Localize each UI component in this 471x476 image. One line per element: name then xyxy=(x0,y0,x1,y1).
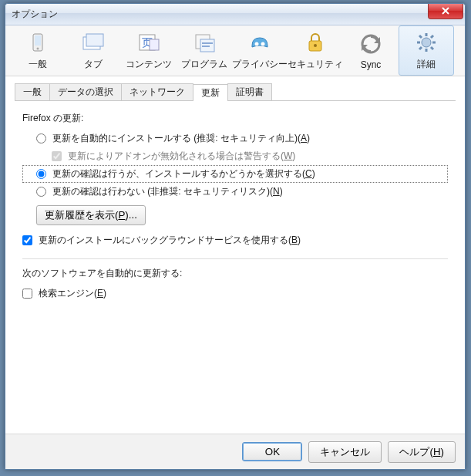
option-label: 更新の確認は行わない (非推奨: セキュリティリスク)(N) xyxy=(52,185,283,198)
category-label: Sync xyxy=(361,59,382,70)
subtab-general[interactable]: 一般 xyxy=(15,83,50,100)
subtab-network[interactable]: ネットワーク xyxy=(121,83,193,100)
subtab-bar: 一般 データの選択 ネットワーク 更新 証明書 xyxy=(15,84,456,101)
radio-check-choose[interactable] xyxy=(36,169,46,179)
category-security[interactable]: セキュリティ xyxy=(288,25,343,76)
category-sync[interactable]: Sync xyxy=(343,25,399,76)
checkbox-bg-service[interactable] xyxy=(22,235,32,245)
svg-rect-4 xyxy=(86,34,103,46)
separator xyxy=(22,258,448,259)
radio-auto-install[interactable] xyxy=(36,133,46,143)
svg-rect-10 xyxy=(202,42,213,44)
privacy-icon xyxy=(247,30,272,55)
category-tabs[interactable]: タブ xyxy=(66,25,121,76)
firefox-updates-heading: Firefox の更新: xyxy=(22,112,448,125)
svg-point-16 xyxy=(362,35,379,52)
close-button[interactable] xyxy=(428,4,463,19)
checkbox-search-engines[interactable] xyxy=(22,289,32,299)
option-label: 検索エンジン(E) xyxy=(39,287,106,300)
option-label: 更新のインストールにバックグラウンドサービスを使用する(B) xyxy=(39,234,301,247)
search-engines-option[interactable]: 検索エンジン(E) xyxy=(22,285,448,302)
option-label: 更新によりアドオンが無効化される場合は警告する(W) xyxy=(68,150,295,163)
svg-line-24 xyxy=(431,35,433,38)
sync-icon xyxy=(358,32,383,56)
subtab-data-choices[interactable]: データの選択 xyxy=(49,83,122,100)
general-icon xyxy=(25,30,50,55)
svg-line-25 xyxy=(419,47,422,49)
cancel-button[interactable]: キャンセル xyxy=(308,441,382,463)
tabs-icon xyxy=(81,30,106,55)
category-programs[interactable]: プログラム xyxy=(177,25,232,76)
close-icon xyxy=(441,7,450,15)
ok-button[interactable]: OK xyxy=(242,442,302,461)
dialog-footer: OK キャンセル ヘルプ(H) xyxy=(5,434,465,469)
category-toolbar: 一般 タブ 页 コンテンツ プログラム プライバシー xyxy=(5,25,465,76)
options-window: オプション 一般 タブ 页 コンテンツ プログラム xyxy=(5,3,466,470)
svg-point-13 xyxy=(261,42,265,46)
category-label: 詳細 xyxy=(417,58,436,71)
svg-point-17 xyxy=(422,38,431,47)
show-update-history-button[interactable]: 更新履歴を表示(P)... xyxy=(36,205,146,225)
category-label: プライバシー xyxy=(232,58,288,71)
help-button[interactable]: ヘルプ(H) xyxy=(388,441,456,463)
content-icon: 页 xyxy=(136,30,161,55)
warn-addon-disable-option: 更新によりアドオンが無効化される場合は警告する(W) xyxy=(22,147,448,165)
category-label: タブ xyxy=(84,58,103,71)
radio-never[interactable] xyxy=(36,187,46,197)
update-panel: Firefox の更新: 更新を自動的にインストールする (推奨: セキュリティ… xyxy=(15,101,456,427)
svg-rect-11 xyxy=(202,46,210,47)
window-title: オプション xyxy=(12,8,58,21)
gear-icon xyxy=(414,30,439,55)
update-check-choose-option[interactable]: 更新の確認は行うが、インストールするかどうかを選択する(C) xyxy=(22,165,448,183)
auto-update-software-heading: 次のソフトウェアを自動的に更新する: xyxy=(22,267,448,280)
category-label: プログラム xyxy=(181,58,227,71)
category-label: セキュリティ xyxy=(288,58,343,71)
svg-point-2 xyxy=(37,48,39,50)
subtab-certificates[interactable]: 証明書 xyxy=(227,83,272,100)
use-background-service-option[interactable]: 更新のインストールにバックグラウンドサービスを使用する(B) xyxy=(22,231,448,249)
update-auto-install-option[interactable]: 更新を自動的にインストールする (推奨: セキュリティ向上)(A) xyxy=(22,130,448,147)
content-area: 一般 データの選択 ネットワーク 更新 証明書 Firefox の更新: 更新を… xyxy=(5,76,465,434)
category-content[interactable]: 页 コンテンツ xyxy=(121,25,177,76)
option-label: 更新を自動的にインストールする (推奨: セキュリティ向上)(A) xyxy=(52,132,310,145)
update-never-option[interactable]: 更新の確認は行わない (非推奨: セキュリティリスク)(N) xyxy=(22,183,448,201)
option-label: 更新の確認は行うが、インストールするかどうかを選択する(C) xyxy=(52,167,315,181)
svg-point-12 xyxy=(255,42,259,46)
category-advanced[interactable]: 詳細 xyxy=(399,25,454,76)
checkbox-warn-addon xyxy=(52,151,62,161)
security-icon xyxy=(303,30,328,55)
category-privacy[interactable]: プライバシー xyxy=(232,25,288,76)
svg-line-23 xyxy=(431,47,433,49)
svg-rect-1 xyxy=(35,35,41,46)
category-label: コンテンツ xyxy=(126,58,172,71)
svg-point-15 xyxy=(314,44,317,47)
subtab-update[interactable]: 更新 xyxy=(193,84,228,101)
svg-rect-7 xyxy=(150,39,159,50)
category-label: 一般 xyxy=(29,58,47,71)
svg-line-22 xyxy=(419,35,422,38)
titlebar: オプション xyxy=(5,4,465,25)
programs-icon xyxy=(192,30,217,55)
category-general[interactable]: 一般 xyxy=(10,25,66,76)
